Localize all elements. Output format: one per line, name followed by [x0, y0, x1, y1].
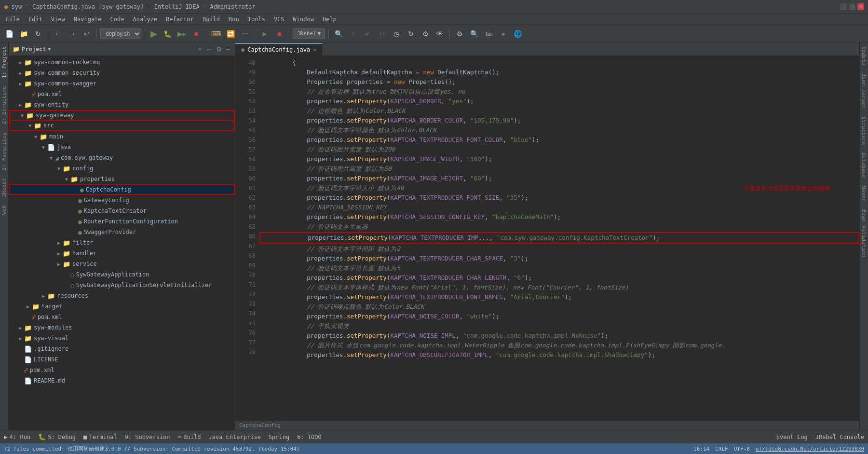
- jrebel-dropdown[interactable]: JRebel ▼: [293, 28, 325, 39]
- build-button[interactable]: ⌨: [210, 28, 222, 40]
- back-button[interactable]: ←: [52, 28, 64, 40]
- close-button[interactable]: ✕: [857, 3, 864, 10]
- menu-vcs[interactable]: VCS: [270, 15, 288, 24]
- tab-close-captcha[interactable]: ✕: [313, 47, 316, 53]
- sidebar-tab-project[interactable]: 1: Project: [0, 42, 8, 82]
- menu-navigate[interactable]: Navigate: [70, 15, 106, 24]
- todo-panel-btn[interactable]: 6: TODO: [297, 434, 322, 440]
- undo-button[interactable]: ↩: [81, 28, 93, 40]
- project-dropdown-arrow[interactable]: ▼: [48, 46, 51, 52]
- run2-button[interactable]: ►: [258, 28, 271, 40]
- tree-item-license[interactable]: 📄 LICENSE: [9, 354, 235, 365]
- debug-button[interactable]: 🐛: [161, 28, 174, 40]
- analyze-button[interactable]: 🔍: [332, 28, 345, 40]
- terminal-panel-btn[interactable]: ■ Terminal: [83, 433, 117, 440]
- code-area[interactable]: { DefaultKaptcha defaultKaptcha = new De…: [259, 56, 859, 420]
- vcs-push-button[interactable]: ↑↑: [376, 28, 388, 40]
- event-log-btn[interactable]: Event Log: [776, 434, 808, 440]
- subversion-panel-btn[interactable]: 9: Subversion: [125, 434, 170, 440]
- tree-item-router-config[interactable]: ● RouterFunctionConfiguration: [9, 216, 235, 227]
- menu-window[interactable]: Window: [289, 15, 318, 24]
- open-button[interactable]: 📁: [17, 28, 30, 40]
- tree-item-pom-root[interactable]: ☍ pom.xml: [9, 365, 235, 375]
- tree-item-java[interactable]: ▼ 📄 java: [9, 142, 235, 152]
- jrebel-console-btn[interactable]: JRebel Console: [815, 434, 864, 440]
- menu-run[interactable]: Run: [225, 15, 243, 24]
- tree-item-readme[interactable]: 📄 README.md: [9, 375, 235, 386]
- sidebar-tab-web[interactable]: Web: [0, 201, 8, 219]
- more-button[interactable]: ⋯: [239, 28, 251, 40]
- tree-item-syw-common-swagger[interactable]: ▶ 📁 syw-common-swagger: [9, 78, 235, 89]
- tree-item-pom-gateway[interactable]: ☍ pom.xml: [9, 312, 235, 322]
- new-file-button[interactable]: 📄: [3, 28, 15, 40]
- menu-tools[interactable]: Tools: [244, 15, 269, 24]
- vcs-settings-button[interactable]: ⚙: [419, 28, 432, 40]
- vcs-browse-button[interactable]: 👁: [434, 28, 446, 40]
- tree-item-config[interactable]: ▼ 📁 config: [9, 163, 235, 174]
- vcs-revert-button[interactable]: ↻: [405, 28, 417, 40]
- status-link[interactable]: uf/Tdtd8.csdn.Net/article/12203039: [756, 446, 864, 452]
- maximize-button[interactable]: □: [849, 3, 855, 10]
- tree-item-handler[interactable]: ▶ 📁 handler: [9, 248, 235, 259]
- tree-item-gitignore[interactable]: 📄 .gitignore: [9, 344, 235, 354]
- tree-item-gateway-config[interactable]: ● GatewayConfig: [9, 195, 235, 206]
- tree-item-target[interactable]: ▶ 📁 target: [9, 301, 235, 312]
- tree-item-swagger-provider[interactable]: ● SwaggerProvider: [9, 227, 235, 237]
- tree-item-properties[interactable]: ▼ 📁 properties: [9, 174, 235, 184]
- tail-button[interactable]: Tail: [482, 28, 495, 40]
- tab-captcha-config[interactable]: ● CaptchaConfig.java ✕: [235, 43, 323, 55]
- hide-panel-button[interactable]: −: [225, 44, 231, 54]
- locate-button[interactable]: ⌖: [197, 44, 203, 54]
- sync-button[interactable]: ↻: [32, 28, 44, 40]
- tree-item-syw-visual[interactable]: ▶ 📁 syw-visual: [9, 333, 235, 344]
- run-panel-btn[interactable]: ▶ 4: Run: [4, 433, 30, 440]
- settings-icon-button[interactable]: ⚙: [215, 44, 223, 54]
- minimize-button[interactable]: –: [840, 3, 847, 10]
- vcs-commit-button[interactable]: ✓: [361, 28, 374, 40]
- right-tab-codota[interactable]: Codota: [860, 42, 868, 69]
- menu-help[interactable]: Help: [319, 15, 340, 24]
- run-with-coverage-button[interactable]: ▶▸: [176, 28, 188, 40]
- title-bar-controls[interactable]: – □ ✕: [840, 3, 864, 10]
- tree-item-syw-gateway[interactable]: ▼ 📁 syw-gateway: [9, 110, 235, 121]
- build-panel-btn[interactable]: ⌨ Build: [178, 433, 201, 440]
- tree-item-syw-modules[interactable]: ▶ 📁 syw-modules: [9, 322, 235, 333]
- tree-item-filter[interactable]: ▶ 📁 filter: [9, 237, 235, 248]
- tree-item-service[interactable]: ▶ 📁 service: [9, 259, 235, 269]
- right-tab-bean-validation[interactable]: Bean Validation: [860, 206, 868, 261]
- menu-refactor[interactable]: Refactor: [162, 15, 198, 24]
- tree-item-captcha-config[interactable]: ● CaptchaConfig: [9, 184, 235, 195]
- sidebar-tab-favorites[interactable]: 2: Favorites: [0, 128, 8, 174]
- tree-item-com-syw-gateway[interactable]: ▼ ◢ com.syw.gateway: [9, 152, 235, 163]
- coverage-button[interactable]: ●: [497, 28, 509, 40]
- sidebar-tab-jrebel[interactable]: JRebel: [0, 174, 8, 201]
- tree-item-syw-common-rocketmq[interactable]: ▶ 📁 syw-common-rocketmq: [9, 57, 235, 68]
- translate-button[interactable]: 🌐: [511, 28, 524, 40]
- right-tab-json-parser[interactable]: Json Parser: [860, 69, 868, 112]
- tree-item-syw-common-security[interactable]: ▶ 📁 syw-common-security: [9, 68, 235, 78]
- rebuild-button[interactable]: 🔁: [224, 28, 237, 40]
- tree-item-syw-entity[interactable]: ▶ 📁 syw-entity: [9, 99, 235, 110]
- right-tab-database[interactable]: Database: [860, 149, 868, 182]
- tree-item-pom-xml-1[interactable]: ☍ pom.xml: [9, 89, 235, 99]
- settings-button[interactable]: ⚙: [453, 28, 466, 40]
- menu-code[interactable]: Code: [107, 15, 128, 24]
- tree-item-resources[interactable]: ▶ 📁 resources: [9, 290, 235, 301]
- right-tab-structure[interactable]: Structure: [860, 112, 868, 149]
- menu-edit[interactable]: Edit: [25, 15, 46, 24]
- debug-panel-btn[interactable]: 🐛 5: Debug: [38, 433, 76, 440]
- tree-item-src[interactable]: ▼ 📁 src: [9, 121, 235, 131]
- collapse-button[interactable]: ↔: [204, 44, 213, 54]
- search-everywhere-button[interactable]: 🔍: [468, 28, 480, 40]
- menu-build[interactable]: Build: [199, 15, 224, 24]
- stop-button[interactable]: ■: [190, 28, 203, 40]
- menu-view[interactable]: View: [47, 15, 69, 24]
- vcs-history-button[interactable]: ◷: [390, 28, 403, 40]
- right-tab-maven[interactable]: Maven: [860, 182, 868, 206]
- java-enterprise-panel-btn[interactable]: Java Enterprise: [208, 434, 260, 440]
- tree-item-syw-gateway-app[interactable]: ○ SywGatewayApplication: [9, 269, 235, 280]
- run-button[interactable]: ▶: [149, 28, 159, 39]
- deploy-dropdown[interactable]: deploy.sh: [100, 28, 141, 39]
- tree-item-kaptcha-text-creator[interactable]: ● KaptchaTextCreator: [9, 206, 235, 216]
- stop2-button[interactable]: ■: [273, 28, 285, 40]
